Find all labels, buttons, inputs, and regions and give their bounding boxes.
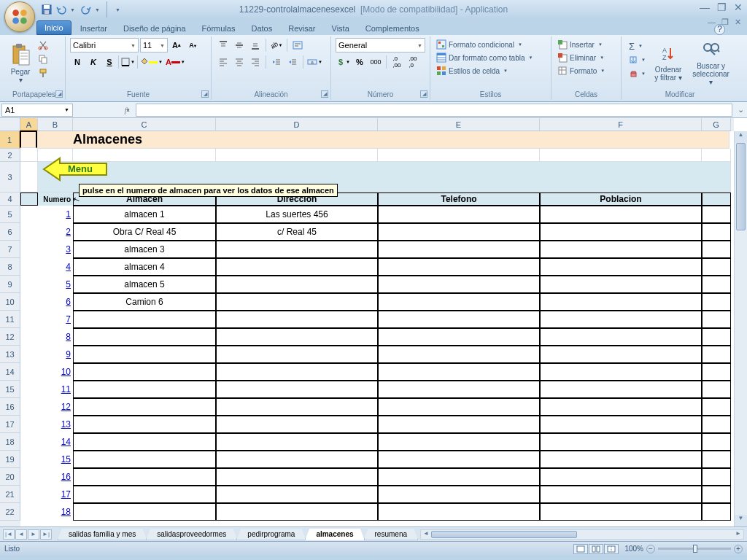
tab-insertar[interactable]: Insertar <box>73 22 115 35</box>
scroll-left-icon[interactable]: ◄ <box>421 530 431 539</box>
cell[interactable]: Camion 6 <box>73 293 216 311</box>
sheet-nav-prev-icon[interactable]: ◄ <box>15 529 27 540</box>
cell[interactable] <box>540 381 702 398</box>
cell[interactable] <box>378 398 540 416</box>
cell[interactable] <box>20 149 38 162</box>
cell[interactable] <box>540 503 702 521</box>
cell[interactable] <box>20 468 38 486</box>
cell[interactable]: Poblacion <box>540 192 702 206</box>
tab-inicio[interactable]: Inicio <box>36 20 71 35</box>
row-header[interactable]: 10 <box>0 293 20 311</box>
cell[interactable] <box>73 503 216 521</box>
scroll-right-icon[interactable]: ► <box>733 530 743 539</box>
formula-input[interactable] <box>136 104 732 117</box>
cell[interactable] <box>378 363 540 381</box>
view-pagebreak-icon[interactable] <box>604 544 619 554</box>
sheet-nav-next-icon[interactable]: ► <box>28 529 39 540</box>
cell[interactable] <box>378 468 540 486</box>
cell[interactable] <box>73 346 216 363</box>
copy-icon[interactable] <box>36 53 50 65</box>
cell[interactable] <box>73 451 216 468</box>
cell[interactable] <box>216 311 378 328</box>
format-cells-button[interactable]: Formato▼ <box>556 64 616 77</box>
cell[interactable]: Almacenes <box>36 131 729 149</box>
column-header[interactable]: E <box>378 118 540 131</box>
conditional-formatting-button[interactable]: Formato condicional▼ <box>435 38 546 51</box>
cell[interactable] <box>540 258 702 276</box>
row-header[interactable]: 2 <box>0 149 20 162</box>
sheet-tab[interactable]: salidasproveedormes <box>146 529 237 540</box>
cell[interactable] <box>540 328 702 346</box>
cell[interactable] <box>73 468 216 486</box>
align-top-icon[interactable] <box>216 38 231 52</box>
row-header[interactable]: 9 <box>0 276 20 293</box>
cell[interactable] <box>20 416 38 433</box>
cell[interactable] <box>540 223 702 241</box>
cell[interactable] <box>702 468 731 486</box>
cell[interactable] <box>378 149 540 162</box>
cell[interactable] <box>216 486 378 503</box>
cell[interactable] <box>20 293 38 311</box>
cell[interactable]: 17 <box>38 486 73 503</box>
cell[interactable] <box>216 346 378 363</box>
view-layout-icon[interactable] <box>589 544 603 554</box>
cell[interactable] <box>20 486 38 503</box>
align-middle-icon[interactable] <box>232 38 247 52</box>
cell[interactable] <box>702 293 731 311</box>
cell[interactable]: Numero <box>38 192 73 206</box>
cell[interactable]: almacen 4 <box>73 258 216 276</box>
cell[interactable] <box>73 381 216 398</box>
cell[interactable] <box>378 503 540 521</box>
cell[interactable] <box>73 486 216 503</box>
cell[interactable] <box>216 328 378 346</box>
cell[interactable] <box>702 241 731 258</box>
cell[interactable] <box>73 398 216 416</box>
cell[interactable] <box>540 416 702 433</box>
cell[interactable] <box>20 223 38 241</box>
delete-cells-button[interactable]: Eliminar▼ <box>556 51 616 64</box>
cell[interactable] <box>702 223 731 241</box>
row-link[interactable]: 1 <box>66 209 71 219</box>
cell[interactable]: 7 <box>38 311 73 328</box>
cell[interactable] <box>216 293 378 311</box>
row-link[interactable]: 8 <box>66 332 71 342</box>
row-link[interactable]: 5 <box>66 279 71 289</box>
minimize-icon[interactable]: — <box>700 1 710 13</box>
cell[interactable] <box>702 416 731 433</box>
row-link[interactable]: 9 <box>66 349 71 359</box>
row-link[interactable]: 10 <box>61 367 71 377</box>
align-center-icon[interactable] <box>232 55 247 69</box>
cell[interactable] <box>216 363 378 381</box>
cell[interactable] <box>702 433 731 451</box>
row-header[interactable]: 17 <box>0 416 20 433</box>
menu-arrow-shape[interactable]: Menu <box>42 157 109 183</box>
hscroll-thumb[interactable] <box>431 531 577 538</box>
cell[interactable]: 10 <box>38 363 73 381</box>
row-link[interactable]: 14 <box>61 437 71 447</box>
cell[interactable] <box>20 192 38 206</box>
row-header[interactable]: 15 <box>0 381 20 398</box>
redo-icon[interactable] <box>80 4 92 15</box>
cell[interactable]: 4 <box>38 258 73 276</box>
cell[interactable] <box>378 311 540 328</box>
increase-decimal-icon[interactable]: ,0,00 <box>390 55 404 69</box>
cell[interactable] <box>702 149 731 162</box>
column-header[interactable]: F <box>540 118 702 131</box>
cell[interactable]: Telefono <box>378 192 540 206</box>
cell[interactable] <box>73 363 216 381</box>
number-format-combo[interactable]: General▼ <box>336 38 425 52</box>
cell[interactable] <box>73 416 216 433</box>
cell[interactable] <box>20 363 38 381</box>
cell[interactable] <box>540 149 702 162</box>
alignment-dialog-launcher[interactable]: ◢ <box>321 90 328 98</box>
cell[interactable]: Obra C/ Real 45 <box>73 223 216 241</box>
zoom-in-icon[interactable]: + <box>734 545 743 553</box>
row-header[interactable]: 22 <box>0 503 20 521</box>
cell[interactable] <box>378 486 540 503</box>
row-header[interactable]: 5 <box>0 206 20 223</box>
align-right-icon[interactable] <box>248 55 263 69</box>
row-link[interactable]: 16 <box>61 472 71 482</box>
row-header[interactable]: 8 <box>0 258 20 276</box>
insert-cells-button[interactable]: Insertar▼ <box>556 38 616 51</box>
cell[interactable] <box>20 162 38 192</box>
